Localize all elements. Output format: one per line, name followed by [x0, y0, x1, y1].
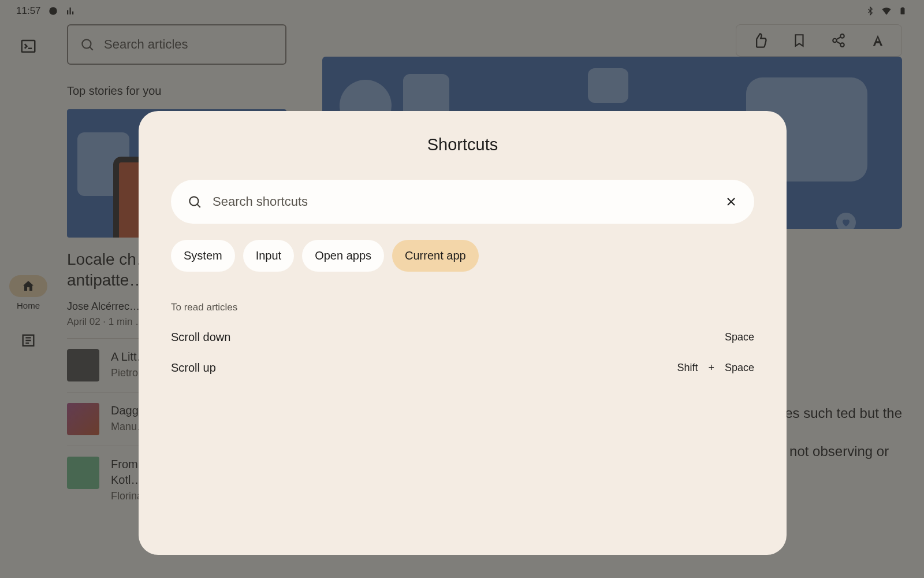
- chip-system[interactable]: System: [171, 240, 235, 272]
- search-icon: [187, 194, 202, 209]
- shortcut-action: Scroll down: [171, 331, 230, 344]
- shortcuts-dialog: Shortcuts System Input Open apps Current…: [139, 111, 787, 555]
- shortcut-search[interactable]: [171, 180, 754, 224]
- chip-current-app[interactable]: Current app: [392, 240, 479, 272]
- chip-input[interactable]: Input: [243, 240, 294, 272]
- shortcut-row: Scroll up Shift + Space: [171, 361, 754, 375]
- shortcut-group-label: To read articles: [171, 302, 754, 313]
- svg-point-12: [189, 197, 198, 205]
- shortcut-action: Scroll up: [171, 361, 216, 375]
- shortcut-keys: Shift + Space: [677, 362, 754, 374]
- chip-open-apps[interactable]: Open apps: [302, 240, 384, 272]
- category-chips: System Input Open apps Current app: [171, 240, 754, 272]
- clear-search-button[interactable]: [724, 195, 738, 209]
- dialog-title: Shortcuts: [171, 135, 754, 154]
- close-icon: [724, 195, 738, 209]
- shortcut-keys: Space: [725, 331, 754, 343]
- shortcut-search-input[interactable]: [213, 194, 714, 209]
- shortcut-row: Scroll down Space: [171, 331, 754, 344]
